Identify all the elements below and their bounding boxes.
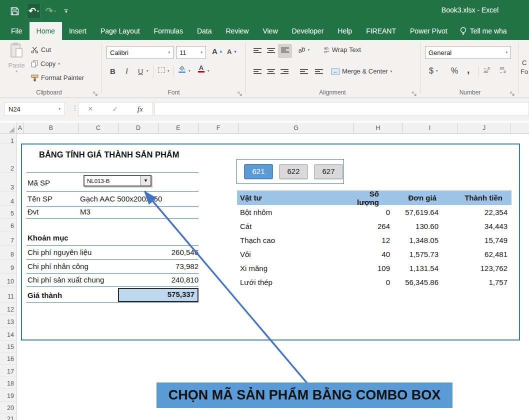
row-header[interactable]: 6: [0, 218, 16, 232]
shrink-font-button[interactable]: A▾: [227, 48, 236, 56]
tab-help[interactable]: Help: [330, 22, 359, 40]
row-header[interactable]: 19: [0, 389, 16, 402]
grow-font-button[interactable]: A▴: [212, 47, 222, 56]
tab-review[interactable]: Review: [219, 22, 256, 40]
clipboard-dialog-launcher[interactable]: [93, 90, 99, 96]
select-all-button[interactable]: [0, 122, 16, 134]
align-center-button[interactable]: [265, 66, 277, 79]
underline-button[interactable]: U: [136, 66, 145, 78]
column-header-e[interactable]: E: [158, 122, 198, 134]
comma-style-button[interactable]: ,: [467, 64, 470, 76]
font-color-dropdown-icon[interactable]: ▾: [208, 69, 210, 73]
row-header[interactable]: 20: [0, 402, 16, 414]
undo-button[interactable]: ↶ ▾: [27, 3, 40, 19]
redo-button[interactable]: ↷ ▾: [46, 6, 56, 16]
row-header[interactable]: 11: [0, 287, 16, 302]
tell-me-box[interactable]: Tell me wha: [454, 22, 512, 40]
column-header-h[interactable]: H: [354, 122, 402, 134]
borders-dropdown-icon[interactable]: ▾: [168, 69, 170, 73]
column-header-j[interactable]: J: [458, 122, 511, 134]
tab-fireant[interactable]: FIREANT: [359, 22, 403, 40]
alignment-dialog-launcher[interactable]: [412, 90, 418, 96]
tab-power-pivot[interactable]: Power Pivot: [403, 22, 454, 40]
row-header[interactable]: 21: [0, 414, 16, 420]
decrease-decimal-button[interactable]: .00→.0: [499, 66, 506, 74]
underline-dropdown-icon[interactable]: ▾: [146, 69, 148, 73]
row-header[interactable]: 14: [0, 328, 16, 340]
product-code-combobox[interactable]: NL013-B ▼: [84, 175, 152, 186]
column-header-g[interactable]: G: [238, 122, 354, 134]
row-header[interactable]: 3: [0, 172, 16, 192]
align-bottom-button[interactable]: [278, 44, 292, 58]
cancel-button[interactable]: ×: [88, 104, 92, 114]
row-header[interactable]: 12: [0, 302, 16, 315]
percent-button[interactable]: %: [451, 66, 458, 76]
row-header[interactable]: 2: [0, 144, 16, 172]
save-button[interactable]: [7, 4, 22, 18]
account-button-621[interactable]: 621: [244, 164, 273, 179]
insert-function-button[interactable]: fx: [138, 105, 143, 114]
tab-file[interactable]: File: [4, 22, 30, 40]
borders-icon[interactable]: [158, 67, 165, 73]
account-button-627[interactable]: 627: [314, 164, 343, 179]
column-header-a[interactable]: A: [16, 122, 24, 134]
font-size-combobox[interactable]: 11 ▾: [176, 46, 206, 59]
name-box[interactable]: N24 ▾: [4, 102, 65, 116]
tab-home[interactable]: Home: [30, 22, 62, 40]
tab-formulas[interactable]: Formulas: [147, 22, 190, 40]
decrease-indent-button[interactable]: [298, 66, 310, 79]
copy-button[interactable]: Copy ▾: [31, 60, 60, 68]
row-header[interactable]: 5: [0, 206, 16, 218]
column-header-f[interactable]: F: [198, 122, 238, 134]
orientation-button[interactable]: ab▾: [298, 46, 310, 54]
formula-bar-grip[interactable]: ⋮: [72, 104, 78, 112]
row-header[interactable]: 15: [0, 340, 16, 352]
currency-button[interactable]: $▾: [429, 66, 438, 76]
font-color-button[interactable]: A: [198, 65, 204, 72]
cut-button[interactable]: Cut: [31, 46, 51, 54]
customize-qat-button[interactable]: ▾: [64, 10, 68, 13]
row-header[interactable]: 4: [0, 192, 16, 206]
align-top-button[interactable]: [252, 45, 264, 58]
row-header[interactable]: 1: [0, 134, 16, 144]
name-box-dropdown-icon[interactable]: ▾: [58, 107, 60, 111]
row-header[interactable]: 18: [0, 377, 16, 389]
font-dialog-launcher[interactable]: [238, 90, 244, 96]
format-painter-button[interactable]: Format Painter: [31, 74, 84, 82]
row-header[interactable]: 9: [0, 260, 16, 274]
italic-button[interactable]: I: [124, 65, 130, 78]
tab-page-layout[interactable]: Page Layout: [94, 22, 147, 40]
undo-dropdown-icon[interactable]: ▾: [37, 9, 39, 14]
number-dialog-launcher[interactable]: [510, 90, 516, 96]
align-middle-button[interactable]: [265, 45, 277, 58]
increase-decimal-button[interactable]: ←.0.00: [483, 66, 490, 74]
row-header[interactable]: 13: [0, 315, 16, 328]
combobox-dropdown-button[interactable]: ▼: [140, 176, 150, 186]
column-header-k-partial[interactable]: [511, 122, 529, 134]
bold-button[interactable]: B: [108, 65, 118, 78]
fill-color-dropdown-icon[interactable]: ▾: [188, 69, 190, 73]
number-format-combobox[interactable]: General ▾: [425, 46, 511, 59]
column-header-d[interactable]: D: [118, 122, 158, 134]
align-right-button[interactable]: [278, 66, 290, 79]
align-left-button[interactable]: [252, 66, 264, 79]
row-header[interactable]: 10: [0, 274, 16, 287]
column-header-b[interactable]: B: [24, 122, 78, 134]
enter-button[interactable]: ✓: [112, 105, 118, 113]
merge-center-button[interactable]: ↔ Merge & Center ▾: [331, 68, 392, 75]
tab-data[interactable]: Data: [190, 22, 219, 40]
formula-input[interactable]: [154, 102, 529, 116]
row-header[interactable]: 7: [0, 232, 16, 246]
wrap-text-button[interactable]: abc↩ Wrap Text: [324, 46, 361, 54]
column-header-c[interactable]: C: [78, 122, 118, 134]
fill-color-button[interactable]: [178, 65, 186, 73]
tab-insert[interactable]: Insert: [62, 22, 94, 40]
increase-indent-button[interactable]: [313, 66, 325, 79]
tab-developer[interactable]: Developer: [285, 22, 331, 40]
tab-view[interactable]: View: [256, 22, 284, 40]
row-header[interactable]: 8: [0, 246, 16, 260]
font-family-combobox[interactable]: Calibri ▾: [106, 46, 174, 59]
account-button-622[interactable]: 622: [279, 164, 308, 179]
row-header[interactable]: 17: [0, 364, 16, 377]
column-header-i[interactable]: I: [402, 122, 458, 134]
